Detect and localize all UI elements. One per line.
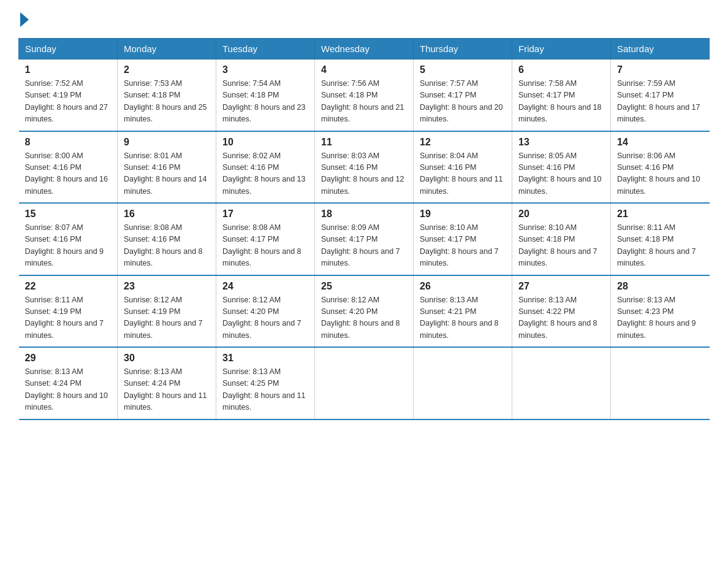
day-number: 28: [617, 281, 703, 292]
day-number: 4: [321, 64, 407, 75]
day-info: Sunrise: 8:04 AM Sunset: 4:16 PM Dayligh…: [420, 150, 506, 198]
day-number: 7: [617, 64, 703, 75]
day-info: Sunrise: 8:03 AM Sunset: 4:16 PM Dayligh…: [321, 150, 407, 198]
day-info: Sunrise: 8:12 AM Sunset: 4:19 PM Dayligh…: [124, 294, 210, 342]
calendar-cell: 1 Sunrise: 7:52 AM Sunset: 4:19 PM Dayli…: [19, 59, 118, 131]
calendar-week-row: 1 Sunrise: 7:52 AM Sunset: 4:19 PM Dayli…: [19, 59, 710, 131]
day-header-friday: Friday: [512, 39, 611, 59]
day-info: Sunrise: 7:56 AM Sunset: 4:18 PM Dayligh…: [321, 78, 407, 126]
calendar-cell: 7 Sunrise: 7:59 AM Sunset: 4:17 PM Dayli…: [611, 59, 710, 131]
day-number: 6: [518, 64, 604, 75]
day-number: 19: [420, 209, 506, 220]
day-info: Sunrise: 8:05 AM Sunset: 4:16 PM Dayligh…: [518, 150, 604, 198]
calendar-cell: 29 Sunrise: 8:13 AM Sunset: 4:24 PM Dayl…: [19, 347, 118, 419]
calendar-cell: 12 Sunrise: 8:04 AM Sunset: 4:16 PM Dayl…: [414, 131, 512, 204]
day-info: Sunrise: 8:09 AM Sunset: 4:17 PM Dayligh…: [321, 222, 407, 270]
day-number: 2: [124, 64, 210, 75]
day-info: Sunrise: 8:10 AM Sunset: 4:18 PM Dayligh…: [518, 222, 604, 270]
day-info: Sunrise: 7:58 AM Sunset: 4:17 PM Dayligh…: [518, 78, 604, 126]
calendar-cell: 10 Sunrise: 8:02 AM Sunset: 4:16 PM Dayl…: [216, 131, 315, 204]
calendar-cell: 21 Sunrise: 8:11 AM Sunset: 4:18 PM Dayl…: [611, 203, 710, 275]
day-number: 24: [222, 281, 308, 292]
day-info: Sunrise: 7:57 AM Sunset: 4:17 PM Dayligh…: [420, 78, 506, 126]
calendar-cell: [315, 347, 414, 419]
day-info: Sunrise: 8:13 AM Sunset: 4:21 PM Dayligh…: [420, 294, 506, 342]
day-info: Sunrise: 8:01 AM Sunset: 4:16 PM Dayligh…: [124, 150, 210, 198]
day-header-tuesday: Tuesday: [216, 39, 315, 59]
day-info: Sunrise: 8:12 AM Sunset: 4:20 PM Dayligh…: [321, 294, 407, 342]
calendar-cell: 20 Sunrise: 8:10 AM Sunset: 4:18 PM Dayl…: [512, 203, 611, 275]
day-number: 3: [222, 64, 308, 75]
day-number: 12: [420, 137, 506, 148]
calendar-week-row: 8 Sunrise: 8:00 AM Sunset: 4:16 PM Dayli…: [19, 131, 710, 204]
day-number: 8: [25, 137, 112, 148]
day-header-monday: Monday: [118, 39, 216, 59]
day-info: Sunrise: 8:07 AM Sunset: 4:16 PM Dayligh…: [25, 222, 112, 270]
calendar-cell: 18 Sunrise: 8:09 AM Sunset: 4:17 PM Dayl…: [315, 203, 414, 275]
calendar-week-row: 15 Sunrise: 8:07 AM Sunset: 4:16 PM Dayl…: [19, 203, 710, 275]
calendar-cell: 31 Sunrise: 8:13 AM Sunset: 4:25 PM Dayl…: [216, 347, 315, 419]
day-number: 26: [420, 281, 506, 292]
day-header-thursday: Thursday: [414, 39, 512, 59]
calendar-cell: 17 Sunrise: 8:08 AM Sunset: 4:17 PM Dayl…: [216, 203, 315, 275]
calendar-cell: 8 Sunrise: 8:00 AM Sunset: 4:16 PM Dayli…: [19, 131, 118, 204]
calendar-cell: 26 Sunrise: 8:13 AM Sunset: 4:21 PM Dayl…: [414, 275, 512, 348]
calendar-cell: 14 Sunrise: 8:06 AM Sunset: 4:16 PM Dayl…: [611, 131, 710, 204]
day-info: Sunrise: 7:52 AM Sunset: 4:19 PM Dayligh…: [25, 78, 112, 126]
day-number: 9: [124, 137, 210, 148]
day-number: 11: [321, 137, 407, 148]
calendar-week-row: 22 Sunrise: 8:11 AM Sunset: 4:19 PM Dayl…: [19, 275, 710, 348]
day-header-sunday: Sunday: [19, 39, 118, 59]
day-number: 14: [617, 137, 703, 148]
day-number: 1: [25, 64, 112, 75]
day-info: Sunrise: 7:54 AM Sunset: 4:18 PM Dayligh…: [222, 78, 308, 126]
day-number: 21: [617, 209, 703, 220]
calendar-cell: 22 Sunrise: 8:11 AM Sunset: 4:19 PM Dayl…: [19, 275, 118, 348]
day-info: Sunrise: 8:08 AM Sunset: 4:17 PM Dayligh…: [222, 222, 308, 270]
calendar-cell: 23 Sunrise: 8:12 AM Sunset: 4:19 PM Dayl…: [118, 275, 216, 348]
day-info: Sunrise: 7:53 AM Sunset: 4:18 PM Dayligh…: [124, 78, 210, 126]
day-number: 20: [518, 209, 604, 220]
day-info: Sunrise: 8:11 AM Sunset: 4:18 PM Dayligh…: [617, 222, 703, 270]
day-info: Sunrise: 8:13 AM Sunset: 4:23 PM Dayligh…: [617, 294, 703, 342]
calendar-cell: 5 Sunrise: 7:57 AM Sunset: 4:17 PM Dayli…: [414, 59, 512, 131]
logo: [18, 12, 31, 27]
calendar-cell: 6 Sunrise: 7:58 AM Sunset: 4:17 PM Dayli…: [512, 59, 611, 131]
day-info: Sunrise: 7:59 AM Sunset: 4:17 PM Dayligh…: [617, 78, 703, 126]
day-number: 23: [124, 281, 210, 292]
calendar-cell: 4 Sunrise: 7:56 AM Sunset: 4:18 PM Dayli…: [315, 59, 414, 131]
calendar-cell: 27 Sunrise: 8:13 AM Sunset: 4:22 PM Dayl…: [512, 275, 611, 348]
day-number: 25: [321, 281, 407, 292]
calendar-cell: 2 Sunrise: 7:53 AM Sunset: 4:18 PM Dayli…: [118, 59, 216, 131]
day-number: 30: [124, 353, 210, 364]
day-number: 15: [25, 209, 112, 220]
calendar-cell: 30 Sunrise: 8:13 AM Sunset: 4:24 PM Dayl…: [118, 347, 216, 419]
calendar-cell: [611, 347, 710, 419]
day-info: Sunrise: 8:13 AM Sunset: 4:25 PM Dayligh…: [222, 366, 308, 414]
day-number: 29: [25, 353, 112, 364]
calendar-cell: 28 Sunrise: 8:13 AM Sunset: 4:23 PM Dayl…: [611, 275, 710, 348]
calendar-cell: 13 Sunrise: 8:05 AM Sunset: 4:16 PM Dayl…: [512, 131, 611, 204]
day-header-saturday: Saturday: [611, 39, 710, 59]
day-info: Sunrise: 8:13 AM Sunset: 4:22 PM Dayligh…: [518, 294, 604, 342]
calendar-table: SundayMondayTuesdayWednesdayThursdayFrid…: [18, 38, 710, 420]
calendar-cell: 25 Sunrise: 8:12 AM Sunset: 4:20 PM Dayl…: [315, 275, 414, 348]
day-info: Sunrise: 8:13 AM Sunset: 4:24 PM Dayligh…: [124, 366, 210, 414]
calendar-week-row: 29 Sunrise: 8:13 AM Sunset: 4:24 PM Dayl…: [19, 347, 710, 419]
calendar-cell: 16 Sunrise: 8:08 AM Sunset: 4:16 PM Dayl…: [118, 203, 216, 275]
page-header: [18, 12, 710, 27]
day-number: 13: [518, 137, 604, 148]
day-info: Sunrise: 8:02 AM Sunset: 4:16 PM Dayligh…: [222, 150, 308, 198]
calendar-cell: [512, 347, 611, 419]
day-info: Sunrise: 8:13 AM Sunset: 4:24 PM Dayligh…: [25, 366, 112, 414]
calendar-cell: 15 Sunrise: 8:07 AM Sunset: 4:16 PM Dayl…: [19, 203, 118, 275]
calendar-cell: 11 Sunrise: 8:03 AM Sunset: 4:16 PM Dayl…: [315, 131, 414, 204]
calendar-cell: 9 Sunrise: 8:01 AM Sunset: 4:16 PM Dayli…: [118, 131, 216, 204]
day-header-wednesday: Wednesday: [315, 39, 414, 59]
day-info: Sunrise: 8:12 AM Sunset: 4:20 PM Dayligh…: [222, 294, 308, 342]
calendar-cell: 3 Sunrise: 7:54 AM Sunset: 4:18 PM Dayli…: [216, 59, 315, 131]
day-info: Sunrise: 8:08 AM Sunset: 4:16 PM Dayligh…: [124, 222, 210, 270]
calendar-cell: 24 Sunrise: 8:12 AM Sunset: 4:20 PM Dayl…: [216, 275, 315, 348]
day-info: Sunrise: 8:11 AM Sunset: 4:19 PM Dayligh…: [25, 294, 112, 342]
day-number: 18: [321, 209, 407, 220]
